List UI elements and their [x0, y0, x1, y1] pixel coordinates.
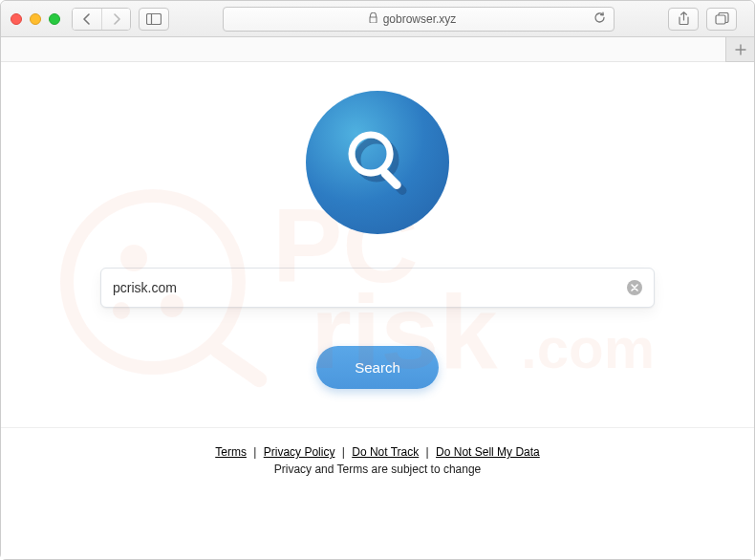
logo-circle: [306, 91, 449, 234]
minimize-window-button[interactable]: [30, 13, 41, 25]
sidebar-toggle-button[interactable]: [139, 8, 169, 31]
svg-rect-0: [147, 13, 162, 24]
footer-separator: |: [253, 445, 256, 459]
search-field-container: [100, 268, 655, 308]
nav-buttons: [72, 8, 131, 31]
svg-rect-7: [206, 339, 270, 390]
chevron-left-icon: [82, 13, 92, 25]
clear-search-button[interactable]: [627, 280, 642, 295]
close-window-button[interactable]: [11, 13, 22, 25]
svg-rect-2: [716, 15, 725, 24]
share-button[interactable]: [668, 8, 699, 31]
window-controls: [11, 13, 60, 25]
address-text-wrap: gobrowser.xyz: [231, 12, 593, 26]
footer-subtext: Privacy and Terms are subject to change: [1, 463, 754, 476]
address-bar-container: gobrowser.xyz: [177, 7, 660, 32]
footer-separator: |: [342, 445, 345, 459]
footer-link-terms[interactable]: Terms: [215, 445, 247, 459]
share-icon: [678, 11, 690, 26]
address-bar[interactable]: gobrowser.xyz: [223, 7, 615, 32]
footer-link-dnsmd[interactable]: Do Not Sell My Data: [436, 445, 540, 459]
footer-link-privacy[interactable]: Privacy Policy: [264, 445, 335, 459]
address-url: gobrowser.xyz: [383, 12, 457, 26]
footer-links: Terms | Privacy Policy | Do Not Track | …: [1, 445, 754, 459]
magnifier-icon: [334, 119, 421, 205]
svg-rect-12: [379, 167, 403, 191]
new-tab-button[interactable]: [725, 37, 754, 62]
maximize-window-button[interactable]: [49, 13, 60, 25]
title-bar: gobrowser.xyz: [1, 1, 754, 37]
forward-button[interactable]: [101, 9, 130, 30]
search-input[interactable]: [113, 280, 627, 295]
sidebar-icon: [146, 13, 162, 25]
footer-separator: |: [426, 445, 429, 459]
site-logo: [306, 91, 449, 234]
back-button[interactable]: [73, 9, 101, 30]
svg-point-11: [352, 135, 390, 173]
clear-x-icon: [631, 284, 638, 291]
chevron-right-icon: [112, 13, 121, 25]
footer-link-dnt[interactable]: Do Not Track: [352, 445, 419, 459]
safari-window: gobrowser.xyz: [0, 0, 755, 560]
svg-text:.com: .com: [521, 316, 655, 380]
tabs-icon: [715, 12, 729, 25]
plus-icon: [735, 44, 746, 55]
reload-icon: [593, 11, 606, 24]
tab-strip: [1, 37, 754, 62]
search-button[interactable]: Search: [316, 346, 439, 389]
toolbar-right: [668, 8, 744, 31]
tabs-overview-button[interactable]: [706, 8, 737, 31]
reload-button[interactable]: [593, 11, 606, 27]
page-content: risk .com PC: [1, 62, 754, 559]
lock-icon: [369, 12, 378, 25]
footer: Terms | Privacy Policy | Do Not Track | …: [1, 427, 754, 476]
